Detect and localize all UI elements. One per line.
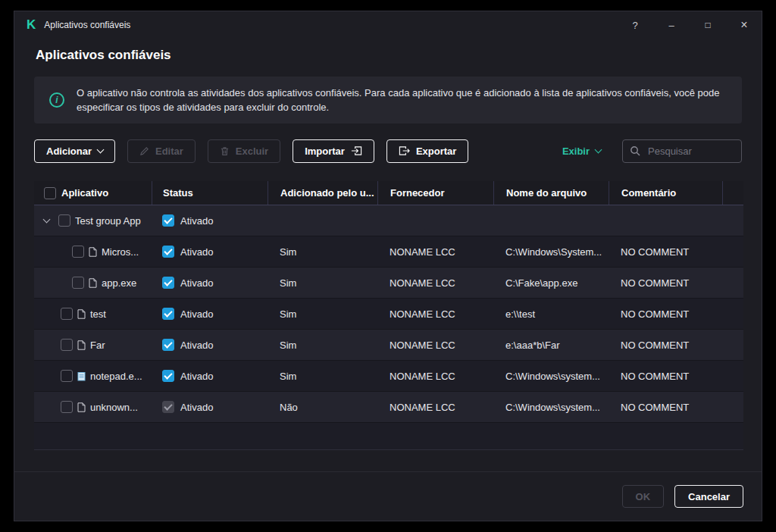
app-name: Far — [90, 340, 105, 351]
added-by-user: Sim — [268, 361, 377, 391]
export-button[interactable]: Exportar — [386, 139, 468, 163]
table-header: Aplicativo Status Adicionado pelo u... F… — [34, 181, 743, 205]
vendor: NONAME LCC — [377, 236, 493, 267]
notepad-icon — [77, 371, 86, 381]
table-row[interactable]: unknown... Ativado Não NONAME LCC C:\Win… — [34, 392, 743, 423]
status-label: Ativado — [180, 371, 213, 382]
comment: NO COMMENT — [609, 392, 722, 422]
row-checkbox[interactable] — [61, 370, 73, 382]
trash-icon — [220, 146, 230, 156]
export-button-label: Exportar — [416, 146, 456, 157]
comment: NO COMMENT — [609, 361, 722, 391]
file-icon — [89, 278, 97, 288]
status-label: Ativado — [180, 277, 213, 289]
column-header-spacer — [722, 181, 743, 205]
cancel-button[interactable]: Cancelar — [674, 485, 743, 508]
status-checkbox[interactable] — [162, 246, 174, 258]
chevron-down-icon — [97, 146, 105, 153]
minimize-button[interactable]: – — [666, 20, 677, 31]
export-icon — [399, 146, 410, 156]
added-by-user — [268, 205, 377, 236]
info-icon: i — [49, 92, 64, 108]
search-icon — [630, 146, 640, 156]
info-banner: i O aplicativo não controla as atividade… — [34, 77, 742, 124]
status-checkbox[interactable] — [162, 277, 174, 289]
view-dropdown[interactable]: Exibir — [562, 146, 601, 157]
delete-button-label: Excluir — [236, 146, 268, 157]
select-all-checkbox[interactable] — [44, 187, 56, 199]
pencil-icon — [139, 146, 149, 156]
file-path — [493, 205, 609, 236]
maximize-button[interactable]: □ — [702, 20, 713, 30]
status-checkbox[interactable] — [162, 370, 174, 382]
status-label: Ativado — [180, 215, 213, 227]
window-controls: ? – □ × — [630, 18, 749, 32]
column-header-file-name[interactable]: Nome do arquivo — [493, 181, 609, 205]
add-button-label: Adicionar — [46, 146, 92, 157]
column-header-vendor[interactable]: Fornecedor — [377, 181, 493, 205]
column-header-status[interactable]: Status — [152, 181, 268, 205]
ok-button[interactable]: OK — [622, 485, 665, 508]
vendor: NONAME LCC — [377, 392, 493, 422]
file-path: C:\Windows\System... — [493, 236, 609, 267]
row-checkbox[interactable] — [72, 246, 84, 258]
collapse-chevron-icon[interactable] — [43, 215, 51, 223]
column-header-app[interactable]: Aplicativo — [58, 181, 152, 205]
edit-button[interactable]: Editar — [127, 139, 196, 163]
added-by-user: Não — [268, 392, 377, 422]
vendor — [377, 205, 493, 236]
added-by-user: Sim — [268, 236, 377, 267]
add-button[interactable]: Adicionar — [34, 139, 115, 163]
delete-button[interactable]: Excluir — [208, 139, 280, 163]
vendor: NONAME LCC — [377, 361, 493, 391]
row-checkbox[interactable] — [61, 401, 73, 413]
table-row-group[interactable]: Test group App Ativado — [34, 205, 743, 236]
table-row[interactable]: Micros... Ativado Sim NONAME LCC C:\Wind… — [34, 236, 743, 268]
import-icon — [351, 146, 362, 156]
file-icon — [77, 309, 86, 319]
comment: NO COMMENT — [609, 299, 722, 329]
comment: NO COMMENT — [609, 268, 722, 298]
table-empty-area — [34, 423, 743, 450]
column-header-added-by-user[interactable]: Adicionado pelo u... — [268, 181, 377, 205]
row-checkbox[interactable] — [61, 308, 73, 320]
title-bar: K Aplicativos confiáveis ? – □ × — [14, 11, 762, 39]
table-row[interactable]: app.exe Ativado Sim NONAME LCC C:\Fake\a… — [34, 268, 743, 299]
app-name: test — [90, 308, 106, 320]
import-button[interactable]: Importar — [293, 139, 374, 163]
window-title: Aplicativos confiáveis — [44, 20, 130, 30]
table-row[interactable]: test Ativado Sim NONAME LCC e:\\test NO … — [34, 299, 743, 330]
page-title: Aplicativos confiáveis — [36, 48, 762, 63]
vendor: NONAME LCC — [377, 330, 493, 360]
cancel-button-label: Cancelar — [688, 491, 730, 502]
table-row[interactable]: notepad.e... Ativado Sim NONAME LCC C:\W… — [34, 361, 743, 392]
comment: NO COMMENT — [609, 236, 722, 267]
edit-button-label: Editar — [155, 146, 183, 157]
group-checkbox[interactable] — [58, 214, 70, 227]
table-row[interactable]: Far Ativado Sim NONAME LCC e:\aaa*b\Far … — [34, 330, 743, 361]
view-dropdown-label: Exibir — [562, 146, 590, 157]
file-path: e:\aaa*b\Far — [493, 330, 609, 360]
file-path: C:\Windows\system... — [493, 361, 609, 391]
group-name: Test group App — [75, 215, 141, 227]
row-checkbox[interactable] — [61, 339, 73, 351]
file-icon — [77, 402, 86, 412]
help-button[interactable]: ? — [630, 20, 640, 31]
status-checkbox[interactable] — [162, 339, 174, 351]
status-checkbox[interactable] — [162, 308, 174, 320]
comment — [609, 205, 722, 236]
close-button[interactable]: × — [739, 18, 749, 32]
app-name: Micros... — [102, 246, 139, 258]
file-icon — [89, 247, 97, 257]
app-name: app.exe — [102, 277, 136, 289]
file-icon — [77, 340, 86, 350]
row-checkbox[interactable] — [72, 277, 84, 289]
trusted-apps-table: Aplicativo Status Adicionado pelo u... F… — [34, 181, 743, 450]
app-name: unknown... — [90, 402, 138, 413]
status-checkbox[interactable] — [162, 214, 174, 227]
added-by-user: Sim — [268, 330, 377, 360]
app-window: K Aplicativos confiáveis ? – □ × Aplicat… — [14, 11, 762, 521]
column-header-comment[interactable]: Comentário — [609, 181, 722, 205]
status-label: Ativado — [180, 308, 213, 320]
info-banner-text: O aplicativo não controla as atividades … — [77, 86, 727, 115]
